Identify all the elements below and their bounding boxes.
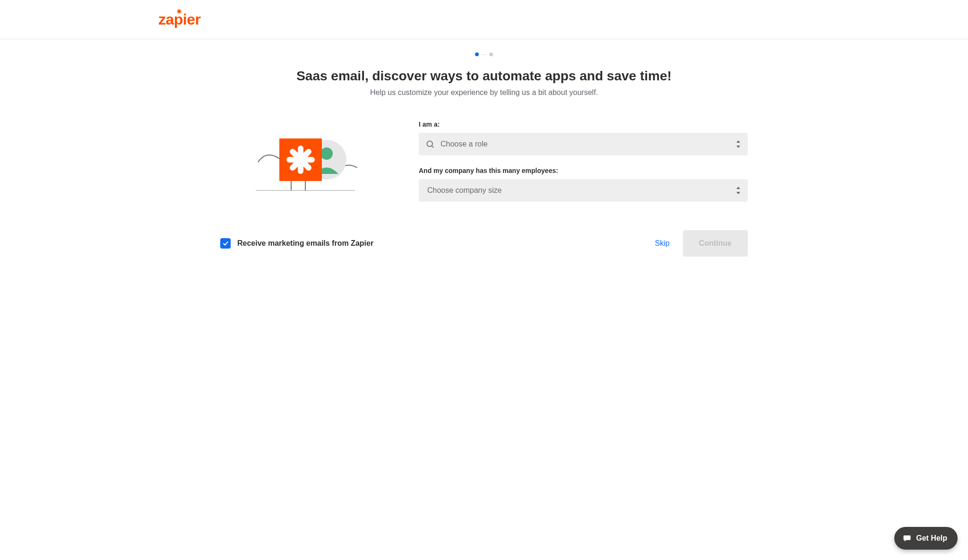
page-title: Saas email, discover ways to automate ap… (0, 69, 968, 84)
onboarding-form: I am a: Choose a role And my (220, 120, 748, 202)
skip-button[interactable]: Skip (655, 239, 670, 248)
company-size-field-block: And my company has this many employees: … (419, 167, 748, 202)
progress-connector (482, 54, 486, 55)
role-select-placeholder: Choose a role (441, 140, 488, 148)
progress-step-1 (475, 52, 479, 56)
check-icon (222, 240, 229, 247)
form-actions: Skip Continue (655, 230, 748, 257)
headline-block: Saas email, discover ways to automate ap… (0, 69, 968, 97)
role-field-block: I am a: Choose a role (419, 121, 748, 155)
search-icon (425, 139, 435, 149)
progress-indicator (0, 39, 968, 56)
marketing-checkbox-row[interactable]: Receive marketing emails from Zapier (220, 238, 373, 249)
company-size-select[interactable]: Choose company size (419, 179, 748, 202)
form-fields: I am a: Choose a role And my (419, 120, 748, 202)
brand-logo[interactable]: zapier (158, 12, 200, 27)
brand-wordmark: zapier (158, 12, 200, 27)
marketing-checkbox-label: Receive marketing emails from Zapier (237, 239, 373, 248)
svg-point-4 (320, 147, 333, 160)
asterisk-icon (177, 9, 182, 14)
page-subtitle: Help us customize your experience by tel… (0, 88, 968, 97)
svg-point-11 (427, 141, 432, 146)
svg-line-12 (432, 146, 434, 148)
chat-icon (903, 534, 911, 543)
role-select[interactable]: Choose a role (419, 133, 748, 155)
progress-step-2 (489, 52, 493, 56)
app-header: zapier (0, 0, 968, 39)
form-footer: Receive marketing emails from Zapier Ski… (220, 230, 748, 257)
get-help-button[interactable]: Get Help (894, 527, 958, 550)
continue-button[interactable]: Continue (683, 230, 748, 257)
onboarding-illustration (220, 120, 390, 200)
illustration-svg (239, 124, 372, 200)
role-field-label: I am a: (419, 121, 748, 128)
company-size-field-label: And my company has this many employees: (419, 167, 748, 174)
get-help-label: Get Help (916, 534, 947, 543)
marketing-checkbox[interactable] (220, 238, 231, 249)
updown-icon (735, 140, 741, 148)
company-size-select-placeholder: Choose company size (427, 186, 501, 195)
updown-icon (735, 187, 741, 194)
